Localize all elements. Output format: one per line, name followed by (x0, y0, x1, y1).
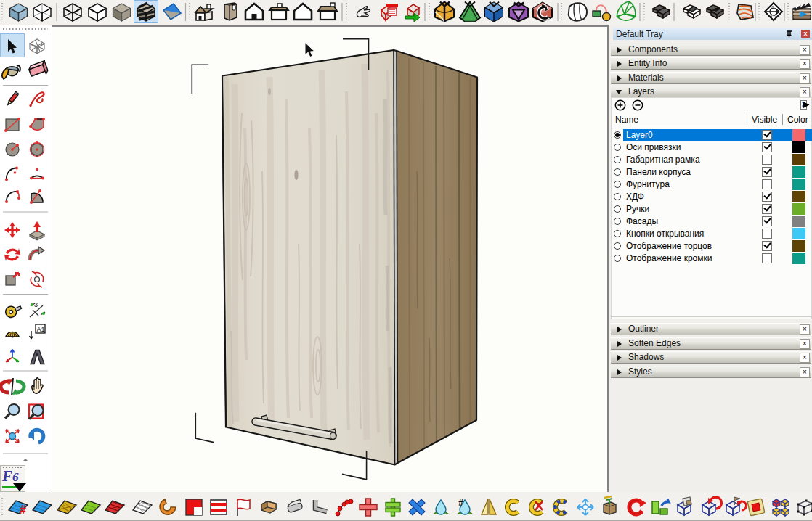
svg-text:#: # (20, 504, 26, 516)
svg-text:3: 3 (34, 301, 38, 308)
svg-text:C: C (771, 5, 774, 9)
svg-text:#: # (458, 498, 463, 508)
svg-text:A B: A B (770, 14, 776, 18)
svg-text:A1: A1 (37, 326, 45, 333)
